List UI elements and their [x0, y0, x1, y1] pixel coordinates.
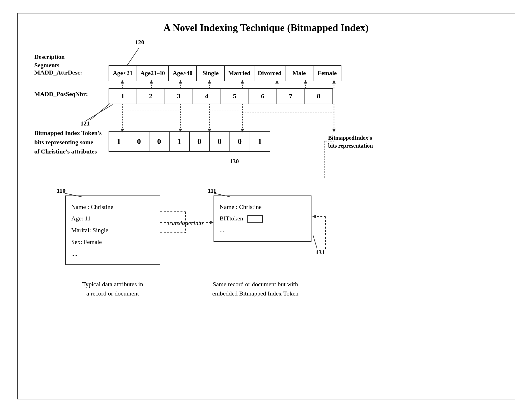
posseq-cell-3: 3 — [165, 89, 193, 104]
header-arrows-svg — [34, 39, 498, 187]
bit-cell-1: 1 — [109, 131, 129, 152]
caption-left: Typical data attributes in a record or d… — [65, 280, 160, 298]
record-right-bittoken: BITtoken: — [220, 213, 305, 224]
svg-line-17 — [90, 104, 110, 120]
caption-right-line1: Same record or document but with — [197, 280, 314, 289]
bit-cell-8: 1 — [250, 131, 270, 152]
svg-marker-27 — [332, 129, 336, 132]
attr-cell-3: Age>40 — [168, 66, 196, 81]
bittoken-box — [247, 215, 263, 223]
record-left-sex: Sex: Female — [71, 236, 154, 248]
caption-right-line2: embedded Bitmapped Index Token — [197, 289, 314, 298]
label-131: 131 — [316, 249, 325, 256]
record-left-dots: .... — [71, 248, 154, 260]
posseq-label: MADD_PosSeqNbr: — [34, 90, 88, 98]
page-title: A Novel Indexing Technique (Bitmapped In… — [18, 13, 515, 34]
record-box-left: Name : Christine Age: 11 Marital: Single… — [65, 195, 160, 265]
bit-cell-3: 0 — [149, 131, 169, 152]
attr-table: Age<21 Age21-40 Age>40 Single Married Di… — [109, 65, 342, 81]
caption-left-line2: a record or document — [65, 289, 160, 298]
label-130: 130 — [230, 158, 239, 165]
caption-left-line1: Typical data attributes in — [65, 280, 160, 289]
translates-label: translates into — [166, 219, 205, 227]
description-text: Description — [34, 53, 65, 61]
bit-cell-2: 0 — [129, 131, 149, 152]
svg-line-33 — [86, 104, 113, 121]
posseq-cell-1: 1 — [109, 89, 137, 104]
bit-row: 1 0 0 1 0 0 0 1 — [109, 131, 270, 152]
bitmapped-bits-label: BitmappedIndex's bits representation — [328, 134, 373, 150]
bit-label-line3: of Christine's attributes — [34, 147, 102, 156]
diagram-area: 120 Description Segments MADD_AttrDesc: … — [34, 39, 498, 388]
bit-cell-4: 1 — [169, 131, 189, 152]
madd-attr-label: MADD_AttrDesc: — [34, 69, 82, 76]
attr-row: Age<21 Age21-40 Age>40 Single Married Di… — [109, 66, 341, 81]
bit-label-line2: bits representing some — [34, 138, 102, 147]
label-120: 120 — [135, 39, 144, 46]
posseq-cell-4: 4 — [193, 89, 221, 104]
segments-text: Segments — [34, 61, 65, 70]
outer-border: A Novel Indexing Technique (Bitmapped In… — [17, 13, 515, 399]
svg-line-0 — [126, 48, 139, 66]
svg-line-44 — [313, 235, 317, 249]
svg-marker-41 — [210, 221, 214, 224]
record-right-name: Name : Christine — [220, 201, 305, 213]
bit-table: 1 0 0 1 0 0 0 1 — [109, 131, 270, 152]
label-110: 110 — [57, 187, 66, 194]
record-right-dots: .... — [220, 224, 305, 236]
bit-cell-5: 0 — [189, 131, 210, 152]
label-111: 111 — [208, 187, 217, 194]
posseq-cell-6: 6 — [249, 89, 277, 104]
record-left-age: Age: 11 — [71, 213, 154, 224]
attr-cell-2: Age21-40 — [137, 66, 169, 81]
posseq-cell-7: 7 — [277, 89, 305, 104]
attr-cell-1: Age<21 — [109, 66, 137, 81]
bit-label: Bitmapped Index Token's bits representin… — [34, 128, 102, 156]
attr-cell-4: Single — [196, 66, 224, 81]
posseq-row: 1 2 3 4 5 6 7 8 — [109, 89, 333, 104]
attr-cell-7: Male — [285, 66, 313, 81]
bitmapped-bits-line2: bits representation — [328, 142, 373, 150]
bit-label-line1: Bitmapped Index Token's — [34, 128, 102, 138]
bit-cell-7: 0 — [230, 131, 250, 152]
bitmapped-bits-line1: BitmappedIndex's — [328, 134, 373, 142]
record-left-name: Name : Christine — [71, 201, 154, 213]
record-left-marital: Marital: Single — [71, 224, 154, 236]
posseq-table: 1 2 3 4 5 6 7 8 — [109, 88, 333, 104]
attr-cell-8: Female — [313, 66, 341, 81]
attr-cell-5: Married — [224, 66, 254, 81]
desc-labels: Description Segments — [34, 53, 65, 70]
posseq-cell-2: 2 — [137, 89, 165, 104]
bit-cell-6: 0 — [210, 131, 230, 152]
label-121: 121 — [81, 120, 90, 127]
attr-cell-6: Divorced — [254, 66, 285, 81]
posseq-cell-8: 8 — [305, 89, 333, 104]
caption-right: Same record or document but with embedde… — [197, 280, 314, 298]
record-box-right: Name : Christine BITtoken: .... — [214, 195, 311, 242]
posseq-cell-5: 5 — [221, 89, 249, 104]
svg-marker-45 — [312, 215, 316, 218]
